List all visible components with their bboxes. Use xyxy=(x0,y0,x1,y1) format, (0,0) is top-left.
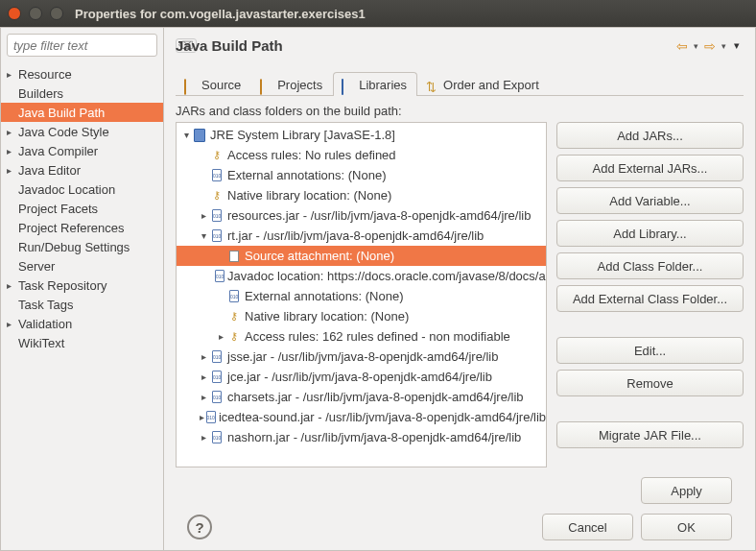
nav-item-label: WikiText xyxy=(18,336,64,350)
nav-item[interactable]: Project Facets xyxy=(1,199,163,218)
button-label: Edit... xyxy=(634,344,666,358)
nav-item[interactable]: Task Tags xyxy=(1,295,163,314)
window-close-button[interactable] xyxy=(8,7,21,20)
nav-back-menu-icon[interactable]: ▾ xyxy=(690,41,702,51)
tree-row[interactable]: ▾JRE System Library [JavaSE-1.8] xyxy=(177,125,546,145)
expand-arrow-icon: ▸ xyxy=(198,412,205,422)
tab-libraries[interactable]: Libraries xyxy=(333,72,417,96)
tree-row[interactable]: ▸icedtea-sound.jar - /usr/lib/jvm/java-8… xyxy=(177,407,546,427)
tree-row[interactable]: ▸charsets.jar - /usr/lib/jvm/java-8-open… xyxy=(177,387,546,407)
tab-label: Order and Export xyxy=(443,78,539,92)
nav-item[interactable]: ▸Java Code Style xyxy=(1,122,163,141)
tree-row-label: Javadoc location: https://docs.oracle.co… xyxy=(227,269,547,283)
edit-button[interactable]: Edit... xyxy=(556,337,744,364)
add-external-class-folder-button: Add External Class Folder... xyxy=(556,285,744,312)
tab-source[interactable]: Source xyxy=(176,72,251,96)
button-label: Migrate JAR File... xyxy=(599,428,701,443)
window-maximize-button[interactable] xyxy=(50,7,63,20)
tab-label: Projects xyxy=(277,78,322,92)
nav-forward-menu-icon[interactable]: ▾ xyxy=(718,41,730,51)
expand-arrow-icon: ▸ xyxy=(198,351,209,362)
tree-row[interactable]: ▸⚷Access rules: 162 rules defined - non … xyxy=(177,326,546,347)
tree-row-label: rt.jar - /usr/lib/jvm/java-8-openjdk-amd… xyxy=(227,228,484,243)
filter-input[interactable] xyxy=(13,38,176,53)
tree-row[interactable]: ⚷Native library location: (None) xyxy=(177,185,546,205)
key-icon: ⚷ xyxy=(226,309,242,324)
filter-box: ⌫ xyxy=(7,34,157,57)
window-minimize-button[interactable] xyxy=(29,7,42,20)
libraries-tree[interactable]: ▾JRE System Library [JavaSE-1.8]⚷Access … xyxy=(176,122,547,467)
key-icon: ⚷ xyxy=(209,148,224,163)
button-column: Add JARs...Add External JARs...Add Varia… xyxy=(556,122,744,467)
tree-row[interactable]: ⚷Native library location: (None) xyxy=(177,306,546,326)
tab-projects[interactable]: Projects xyxy=(251,72,333,96)
jar-icon xyxy=(209,390,224,405)
nav-item[interactable]: ▸Task Repository xyxy=(1,276,163,295)
cancel-button[interactable]: Cancel xyxy=(542,514,633,540)
nav-item[interactable]: ▸Java Compiler xyxy=(1,141,163,160)
nav-item-label: Project Facets xyxy=(18,202,98,216)
key-icon: ⚷ xyxy=(226,329,242,345)
tree-row[interactable]: Source attachment: (None) xyxy=(177,246,546,266)
tree-row[interactable]: ▸nashorn.jar - /usr/lib/jvm/java-8-openj… xyxy=(177,427,546,447)
nav-item-label: Run/Debug Settings xyxy=(18,240,130,254)
jar-icon xyxy=(209,349,224,365)
button-label: Add External JARs... xyxy=(593,161,708,176)
nav-item[interactable]: ▸Java Editor xyxy=(1,160,163,180)
add-external-jars-button: Add External JARs... xyxy=(556,155,744,181)
tree-row[interactable]: ▸jce.jar - /usr/lib/jvm/java-8-openjdk-a… xyxy=(177,367,546,387)
tree-row-label: nashorn.jar - /usr/lib/jvm/java-8-openjd… xyxy=(227,430,521,444)
help-button[interactable]: ? xyxy=(187,515,212,539)
nav-item-label: Project References xyxy=(18,221,125,235)
add-jars-button: Add JARs... xyxy=(556,122,744,149)
tree-row-label: External annotations: (None) xyxy=(245,289,403,303)
titlebar: Properties for com.vogella.javastarter.e… xyxy=(0,0,756,27)
tab-order-and-export[interactable]: ⇅Order and Export xyxy=(417,72,550,96)
ok-button[interactable]: OK xyxy=(641,514,732,540)
tree-row-label: Native library location: (None) xyxy=(227,188,391,203)
nav-item[interactable]: Builders xyxy=(1,84,163,103)
tree-row[interactable]: External annotations: (None) xyxy=(177,286,546,306)
jar-icon xyxy=(226,289,242,304)
apply-button[interactable]: Apply xyxy=(641,477,732,504)
nav-item[interactable]: Javadoc Location xyxy=(1,180,163,199)
expand-arrow-icon: ▸ xyxy=(198,210,209,221)
tab-label: Source xyxy=(201,78,241,92)
expand-arrow-icon: ▸ xyxy=(7,165,16,176)
nav-item[interactable]: ▸Validation xyxy=(1,314,163,333)
tree-row[interactable]: External annotations: (None) xyxy=(177,165,546,185)
book-icon xyxy=(192,128,207,143)
button-label: Add Class Folder... xyxy=(598,259,703,274)
jar-icon xyxy=(205,410,216,425)
nav-item[interactable]: Java Build Path xyxy=(1,103,163,122)
doc-icon xyxy=(226,249,242,264)
view-menu-icon[interactable]: ▾ xyxy=(730,39,744,52)
expand-arrow-icon: ▸ xyxy=(7,146,16,156)
expand-arrow-icon: ▸ xyxy=(198,392,209,402)
nav-item[interactable]: ▸Resource xyxy=(1,64,163,84)
button-label: Add Variable... xyxy=(609,194,690,208)
migrate-jar-file-button: Migrate JAR File... xyxy=(556,421,744,448)
nav-item-label: Java Compiler xyxy=(18,144,98,158)
tree-row[interactable]: ▸resources.jar - /usr/lib/jvm/java-8-ope… xyxy=(177,205,546,226)
jar-icon xyxy=(215,269,224,284)
nav-item-label: Builders xyxy=(18,86,63,101)
nav-item[interactable]: Server xyxy=(1,256,163,276)
jar-icon xyxy=(209,208,224,224)
nav-back-icon[interactable]: ⇦ xyxy=(674,38,690,54)
jar-icon xyxy=(209,228,224,244)
sidebar: ⌫ ▸ResourceBuildersJava Build Path▸Java … xyxy=(1,28,164,550)
button-label: Remove xyxy=(626,376,673,391)
nav-item[interactable]: Run/Debug Settings xyxy=(1,237,163,256)
tree-row[interactable]: ▾rt.jar - /usr/lib/jvm/java-8-openjdk-am… xyxy=(177,226,546,246)
tree-row-label: JRE System Library [JavaSE-1.8] xyxy=(210,128,395,142)
tree-row[interactable]: ▸jsse.jar - /usr/lib/jvm/java-8-openjdk-… xyxy=(177,347,546,367)
expand-arrow-icon: ▸ xyxy=(198,432,209,443)
tree-row[interactable]: Javadoc location: https://docs.oracle.co… xyxy=(177,266,546,286)
add-variable-button: Add Variable... xyxy=(556,187,744,214)
nav-item[interactable]: Project References xyxy=(1,218,163,237)
nav-forward-icon[interactable]: ⇨ xyxy=(702,38,718,54)
nav-item[interactable]: WikiText xyxy=(1,333,163,352)
nav-tree: ▸ResourceBuildersJava Build Path▸Java Co… xyxy=(1,62,163,550)
tree-row[interactable]: ⚷Access rules: No rules defined xyxy=(177,145,546,165)
